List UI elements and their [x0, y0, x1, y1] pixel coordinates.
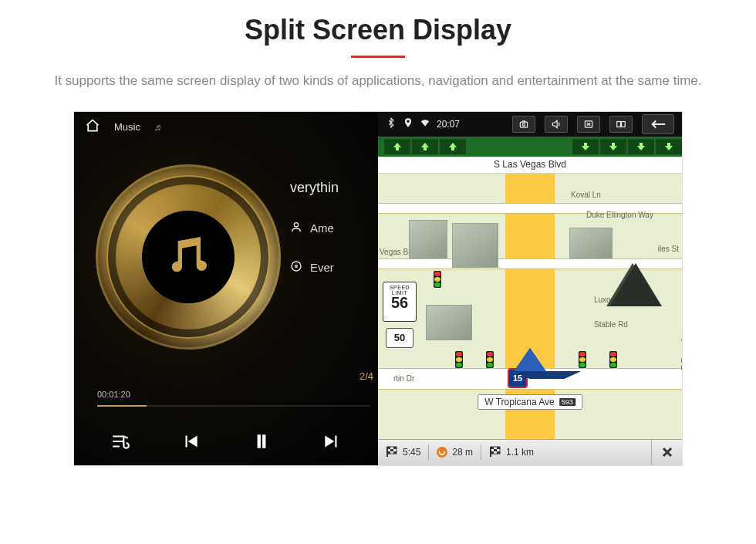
split-screen-button[interactable] [609, 116, 633, 133]
pause-button[interactable] [251, 431, 272, 454]
elapsed-time: 00:01:20 [97, 390, 130, 399]
lane-arrow [440, 139, 466, 154]
lane-separator [467, 139, 472, 154]
street-label: E Reno Ave [680, 329, 682, 370]
lane-arrow [628, 139, 654, 154]
title-underline [351, 56, 405, 58]
svg-rect-3 [520, 122, 527, 127]
device-screenshot: Music ♬ verythin Ame [73, 111, 683, 466]
flag-icon [489, 445, 501, 460]
speed-limit-value: 56 [383, 294, 416, 312]
disc-icon [290, 260, 302, 275]
svg-point-0 [294, 222, 298, 226]
vehicle-position-icon [513, 348, 547, 373]
lane-guidance-bar [378, 137, 682, 157]
footer-eta: 5:45 [403, 447, 420, 458]
duration-icon [437, 447, 447, 458]
page-description: It supports the same screen display of t… [46, 72, 710, 91]
street-label: rtin Dr [393, 374, 414, 383]
flag-icon [386, 445, 398, 460]
street-label: iles St [658, 245, 679, 253]
footer-duration: 28 m [452, 447, 473, 458]
bluetooth-icon [386, 117, 397, 130]
status-time: 20:07 [437, 119, 460, 130]
exit-number: 593 [559, 398, 575, 406]
lane-arrow [412, 139, 438, 154]
progress-bar[interactable] [97, 405, 370, 407]
next-track-button[interactable] [322, 431, 342, 454]
svg-point-2 [295, 265, 298, 267]
location-icon [403, 117, 413, 130]
track-title: verythin [290, 180, 339, 196]
close-app-button[interactable] [577, 116, 600, 133]
album-art [96, 164, 281, 350]
page-title: Split Screen Display [0, 14, 756, 46]
track-meta: verythin Ame Ever [290, 180, 339, 299]
nav-close-button[interactable] [651, 440, 682, 465]
svg-point-1 [292, 262, 301, 271]
lane-arrow [572, 139, 599, 154]
nav-footer: 5:45 28 m 1.1 km [378, 439, 682, 465]
volume-button[interactable] [545, 116, 568, 133]
music-topbar: Music ♬ [74, 112, 378, 143]
street-label: Duke Ellington Way [586, 211, 653, 219]
street-label: Koval Ln [571, 191, 601, 199]
playlist-button[interactable] [110, 431, 130, 454]
status-bar: 20:07 [378, 112, 682, 137]
home-icon[interactable] [85, 118, 100, 136]
back-button[interactable] [642, 114, 674, 134]
track-artist: Ame [310, 221, 334, 235]
person-icon [290, 221, 302, 235]
svg-point-4 [522, 123, 525, 126]
track-index: 2/4 [359, 370, 373, 382]
lane-arrow [656, 139, 682, 154]
svg-rect-6 [617, 121, 621, 127]
track-album: Ever [310, 261, 334, 274]
highway-shield: 50 [386, 328, 413, 348]
navigation-pane: 20:07 S Las Vegas Blvd [378, 112, 682, 465]
screenshot-button[interactable] [512, 116, 535, 133]
music-note-icon [164, 231, 213, 283]
street-label: W Tropicana Ave [484, 397, 555, 407]
svg-rect-7 [622, 121, 626, 127]
street-label: Stable Rd [594, 320, 628, 329]
music-topbar-label: Music [114, 121, 140, 133]
prev-track-button[interactable] [181, 431, 201, 454]
footer-remaining: 1.1 km [506, 447, 534, 458]
usb-icon: ♬ [154, 122, 161, 133]
tropicana-label: W Tropicana Ave 593 [478, 394, 582, 410]
lane-arrow [384, 139, 410, 154]
current-street: S Las Vegas Blvd [494, 159, 566, 170]
speed-limit-sign: SPEED LIMIT 56 [383, 282, 417, 322]
wifi-icon [420, 117, 430, 130]
lane-arrow [600, 139, 626, 154]
music-pane: Music ♬ verythin Ame [74, 112, 378, 465]
music-controls [74, 421, 378, 465]
current-street-bar: S Las Vegas Blvd [378, 157, 682, 174]
